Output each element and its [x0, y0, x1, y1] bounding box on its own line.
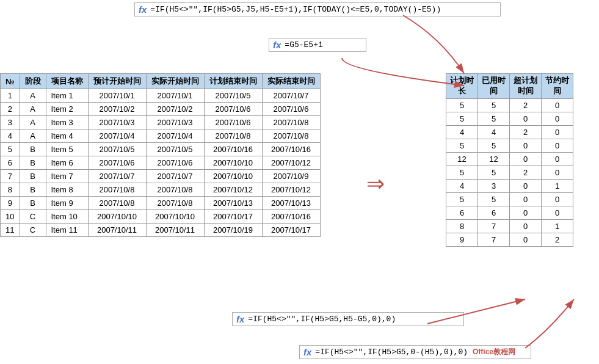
table-cell: 3 [1, 116, 20, 129]
right-table-cell: 0 [510, 152, 542, 166]
table-cell: Item 8 [46, 183, 88, 197]
table-cell: 4 [1, 129, 20, 143]
table-cell: 2007/10/2 [88, 103, 146, 116]
table-cell: A [20, 89, 46, 103]
table-cell: 2007/10/8 [146, 183, 204, 197]
right-table-cell: 5 [478, 139, 510, 152]
right-table-cell: 0 [542, 206, 573, 219]
table-cell: 2007/10/10 [88, 210, 146, 224]
right-table-cell: 5 [478, 112, 510, 125]
col-header-phase: 阶段 [20, 74, 46, 89]
table-cell: B [20, 156, 46, 170]
right-table-cell: 2 [510, 166, 542, 179]
right-table-cell: 9 [446, 233, 478, 246]
col-header-no: № [1, 74, 20, 89]
logo-text: Office教程网 [473, 347, 515, 357]
table-cell: 8 [1, 183, 20, 197]
right-table-row: 5520 [446, 98, 573, 112]
right-col-header-0: 计划时长 [446, 74, 478, 99]
table-cell: 2007/10/7 [262, 89, 320, 103]
table-row: 7BItem 72007/10/72007/10/72007/10/102007… [1, 170, 321, 183]
table-cell: Item 3 [46, 116, 88, 129]
table-cell: 2007/10/5 [88, 143, 146, 156]
table-cell: 2007/10/4 [146, 129, 204, 143]
right-table-cell: 5 [478, 98, 510, 112]
right-table-cell: 5 [446, 166, 478, 179]
right-arrow: ⇒ [366, 171, 385, 197]
table-cell: B [20, 197, 46, 210]
table-cell: 2007/10/12 [262, 183, 320, 197]
bottom-formula-bar-1: fx =IF(H5<>"",IF(H5>G5,H5-G5,0),0) [232, 312, 464, 326]
right-table-cell: 0 [510, 233, 542, 246]
right-table-cell: 2 [510, 98, 542, 112]
table-cell: 2007/10/7 [146, 170, 204, 183]
right-table-cell: 7 [478, 219, 510, 233]
table-cell: 2007/10/10 [204, 156, 262, 170]
right-table-cell: 0 [510, 179, 542, 192]
table-cell: Item 6 [46, 156, 88, 170]
table-cell: B [20, 183, 46, 197]
table-cell: B [20, 170, 46, 183]
table-cell: 2007/10/10 [146, 210, 204, 224]
table-cell: 2007/10/16 [204, 143, 262, 156]
right-table-row: 5500 [446, 192, 573, 206]
table-cell: 2007/10/17 [204, 210, 262, 224]
fx-icon-middle: fx [273, 40, 281, 50]
bottom-formula-text-1: =IF(H5<>"",IF(H5>G5,H5-G5,0),0) [248, 315, 396, 324]
middle-formula-bar: fx =G5-E5+1 [269, 38, 366, 52]
table-cell: 2007/10/13 [204, 197, 262, 210]
middle-formula-text: =G5-E5+1 [285, 40, 322, 49]
table-cell: 5 [1, 143, 20, 156]
table-cell: 2007/10/6 [204, 103, 262, 116]
right-table-cell: 5 [446, 98, 478, 112]
top-formula-bar: fx =IF(H5<>"",IF(H5>G5,J5,H5-E5+1),IF(TO… [134, 2, 501, 16]
col-header-actual-start: 实际开始时间 [146, 74, 204, 89]
table-cell: 2007/10/12 [204, 183, 262, 197]
right-table-cell: 5 [446, 139, 478, 152]
right-table-row: 5500 [446, 112, 573, 125]
table-row: 2AItem 22007/10/22007/10/22007/10/62007/… [1, 103, 321, 116]
table-row: 11CItem 112007/10/112007/10/112007/10/19… [1, 224, 321, 237]
table-cell: 2007/10/16 [262, 210, 320, 224]
table-cell: 2007/10/7 [88, 170, 146, 183]
bottom-formula-text-2: =IF(H5<>"",IF(H5>G5,0-(H5),0),0) [315, 348, 468, 357]
table-cell: 2007/10/4 [88, 129, 146, 143]
table-cell: C [20, 210, 46, 224]
table-cell: 2007/10/6 [204, 116, 262, 129]
table-cell: 2007/10/17 [262, 224, 320, 237]
table-cell: 2 [1, 103, 20, 116]
right-table-row: 8701 [446, 219, 573, 233]
table-cell: Item 5 [46, 143, 88, 156]
table-cell: A [20, 103, 46, 116]
right-table-cell: 5 [446, 192, 478, 206]
fx-icon-top: fx [139, 4, 147, 15]
top-formula-text: =IF(H5<>"",IF(H5>G5,J5,H5-E5+1),IF(TODAY… [150, 5, 441, 14]
col-header-actual-end: 实际结束时间 [262, 74, 320, 89]
right-table-cell: 0 [542, 125, 573, 139]
table-cell: 10 [1, 210, 20, 224]
table-cell: 2007/10/1 [146, 89, 204, 103]
right-table-cell: 6 [446, 206, 478, 219]
right-table-row: 121200 [446, 152, 573, 166]
table-cell: 2007/10/11 [146, 224, 204, 237]
table-cell: 11 [1, 224, 20, 237]
table-cell: 2007/10/5 [146, 143, 204, 156]
right-table-row: 4420 [446, 125, 573, 139]
table-cell: Item 9 [46, 197, 88, 210]
table-cell: Item 7 [46, 170, 88, 183]
right-table-cell: 2 [542, 233, 573, 246]
col-header-name: 项目名称 [46, 74, 88, 89]
table-cell: Item 11 [46, 224, 88, 237]
table-cell: 9 [1, 197, 20, 210]
right-table-row: 5520 [446, 166, 573, 179]
table-cell: 2007/10/1 [88, 89, 146, 103]
table-cell: 6 [1, 156, 20, 170]
right-table: 计划时长已用时间超计划时间节约时间 5520550044205500121200… [446, 73, 573, 247]
right-table-cell: 0 [510, 112, 542, 125]
table-row: 9BItem 92007/10/82007/10/82007/10/132007… [1, 197, 321, 210]
right-table-cell: 4 [478, 125, 510, 139]
table-cell: 2007/10/9 [262, 170, 320, 183]
table-cell: 2007/10/19 [204, 224, 262, 237]
right-table-cell: 12 [478, 152, 510, 166]
table-cell: C [20, 224, 46, 237]
